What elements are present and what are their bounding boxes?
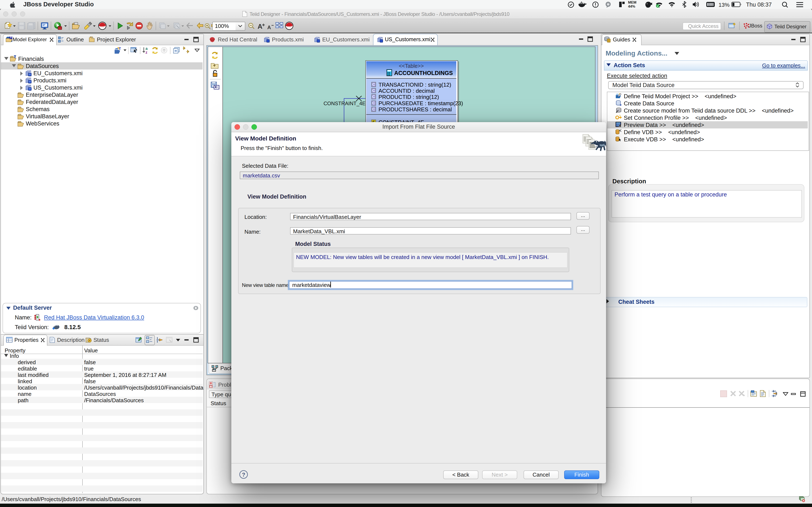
svg-text:C: C xyxy=(372,89,375,93)
svg-text:C: C xyxy=(372,95,375,99)
svg-text:z: z xyxy=(146,50,147,55)
svg-text:A: A xyxy=(258,22,262,30)
svg-text:C: C xyxy=(372,107,375,111)
svg-text:T: T xyxy=(119,47,121,51)
svg-text:a: a xyxy=(146,47,148,51)
svg-text:C: C xyxy=(372,82,375,87)
svg-text:C: C xyxy=(372,101,375,105)
svg-text:A: A xyxy=(267,24,271,30)
svg-text:M: M xyxy=(9,36,12,40)
